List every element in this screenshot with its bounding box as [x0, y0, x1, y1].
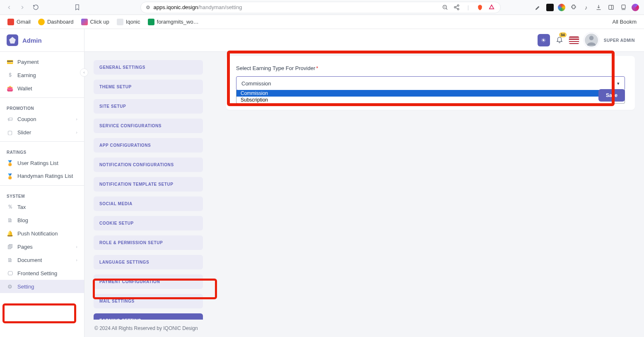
bookmark-gmail[interactable]: Gmail — [7, 19, 31, 25]
url-host: apps.iqonic.design — [154, 4, 198, 10]
extensions-icon[interactable] — [569, 3, 578, 12]
earning-setting-panel: Select Earning Type For Provider* Commis… — [226, 56, 635, 110]
settings-tab-list: GENERAL SETTINGS THEME SETUP SITE SETUP … — [94, 56, 218, 320]
tab-app-configurations[interactable]: APP CONFIGURATIONS — [94, 138, 203, 153]
svg-rect-10 — [622, 5, 625, 9]
tab-theme-setup[interactable]: THEME SETUP — [94, 80, 203, 94]
tab-social-media[interactable]: SOCIAL MEDIA — [94, 196, 203, 211]
earning-type-label: Select Earning Type For Provider* — [236, 65, 625, 71]
badge-icon: 🏅 — [7, 160, 13, 166]
download-icon[interactable] — [594, 3, 603, 12]
profile-icon[interactable] — [632, 4, 639, 11]
sidebar-item-user-ratings[interactable]: 🏅User Ratings List — [0, 156, 84, 170]
nav-back-icon[interactable] — [5, 3, 13, 12]
language-flag-us-icon[interactable] — [569, 36, 579, 44]
doc-icon: 🗎 — [7, 217, 13, 223]
tab-cookie-setup[interactable]: COOKIE SETUP — [94, 216, 203, 230]
sidebar-item-push[interactable]: 🔔Push Notification — [0, 227, 84, 240]
avatar[interactable] — [585, 34, 598, 47]
sidebar-item-pages[interactable]: 🗐Pages› — [0, 240, 84, 253]
doc-icon: 🗎 — [7, 257, 13, 263]
all-bookmarks[interactable]: All Bookm — [610, 19, 637, 25]
svg-point-4 — [454, 7, 456, 8]
tab-earning-setting[interactable]: EARNING SETTING — [94, 313, 203, 320]
section-system: SYSTEM — [0, 188, 84, 200]
sidebar-item-slider[interactable]: ▢Slider› — [0, 126, 84, 139]
svg-line-6 — [456, 6, 457, 7]
music-icon[interactable]: ♪ — [582, 3, 590, 12]
svg-line-1 — [446, 8, 447, 10]
logo-icon — [7, 34, 18, 46]
earning-type-selected-value: Commission — [241, 80, 271, 87]
bookmark-dashboard[interactable]: Dashboard — [38, 19, 74, 25]
notifications-button[interactable]: 34 — [556, 36, 563, 45]
panel-icon[interactable] — [607, 3, 615, 12]
sidebar-item-payment[interactable]: 💳Payment — [0, 55, 84, 68]
notification-badge: 34 — [559, 32, 567, 37]
brand-name: Admin — [22, 37, 42, 44]
brave-icon[interactable] — [476, 4, 484, 11]
tab-notification-configurations[interactable]: NOTIFICATION CONFIGURATIONS — [94, 158, 203, 172]
sidebar-item-handyman-ratings[interactable]: 🏅Handyman Ratings List — [0, 170, 84, 183]
theme-toggle-button[interactable]: ☀ — [538, 34, 550, 46]
section-ratings: RATINGS — [0, 144, 84, 156]
sidebar-item-document[interactable]: 🗎Document› — [0, 253, 84, 267]
option-subscription[interactable]: Subscription — [236, 97, 625, 103]
tab-language-settings[interactable]: LANGUAGE SETTINGS — [94, 255, 203, 269]
sidebar-item-wallet[interactable]: 👛Wallet — [0, 82, 84, 95]
site-settings-icon[interactable]: ⚙ — [146, 5, 150, 10]
reload-icon[interactable] — [31, 3, 40, 12]
sidebar-item-setting[interactable]: ⚙Setting — [0, 280, 84, 293]
svg-line-7 — [456, 7, 457, 9]
option-commission[interactable]: Commission — [236, 90, 625, 97]
browser-toolbar: ⚙ apps.iqonic.design/handyman/setting | … — [0, 0, 644, 15]
sidebar-collapse-button[interactable] — [80, 68, 88, 77]
sidebar-item-earning[interactable]: ＄Earning — [0, 68, 84, 82]
percent-icon: ％ — [7, 204, 13, 210]
chevron-right-icon: › — [76, 116, 77, 121]
tab-service-configurations[interactable]: SERVICE CONFIGURATIONS — [94, 119, 203, 133]
slider-icon: ▢ — [7, 129, 13, 136]
topbar: ☀ 34 SUPER ADMIN — [84, 29, 644, 52]
svg-point-5 — [457, 8, 459, 10]
badge-icon: 🏅 — [7, 173, 13, 179]
sidebar-item-tax[interactable]: ％Tax — [0, 200, 84, 213]
earning-icon: ＄ — [7, 72, 13, 78]
url-bar[interactable]: ⚙ apps.iqonic.design/handyman/setting | — [140, 2, 501, 13]
pages-icon: 🗐 — [7, 243, 13, 250]
save-button[interactable]: Save — [598, 89, 625, 102]
ext-square-icon[interactable] — [546, 4, 554, 11]
tab-general-settings[interactable]: GENERAL SETTINGS — [94, 60, 203, 75]
tabs-icon[interactable] — [619, 3, 627, 12]
share-icon[interactable] — [453, 4, 461, 11]
earning-type-dropdown: Commission Subscription — [236, 90, 625, 104]
svg-rect-8 — [608, 5, 613, 10]
ext-eyedropper-icon[interactable] — [534, 3, 542, 12]
sidebar-item-coupon[interactable]: 🏷Coupon› — [0, 112, 84, 126]
tab-notification-template-setup[interactable]: NOTIFICATION TEMPLATE SETUP — [94, 177, 203, 192]
sidebar-item-blog[interactable]: 🗎Blog — [0, 213, 84, 227]
bookmark-star-icon[interactable] — [73, 3, 82, 12]
sidebar: Admin 💳Payment ＄Earning 👛Wallet PROMOTIO… — [0, 29, 84, 337]
bookmark-sheets[interactable]: foramgmits_wo… — [148, 19, 199, 25]
tab-payment-configuration[interactable]: PAYMENT CONFIGURATION — [94, 274, 203, 289]
gear-icon: ⚙ — [7, 283, 13, 290]
tab-site-setup[interactable]: SITE SETUP — [94, 99, 203, 114]
nav-forward-icon[interactable] — [18, 3, 27, 12]
tab-role-permission-setup[interactable]: ROLE & PERMISSION SETUP — [94, 235, 203, 250]
zoom-icon[interactable] — [441, 4, 449, 11]
footer-copyright: © 2024 All Rights Reserved by IQONIC Des… — [84, 320, 644, 337]
sidebar-item-frontend[interactable]: 🖵Frontend Setting — [0, 267, 84, 280]
ext-chrome-icon[interactable] — [558, 4, 565, 11]
earning-type-select[interactable]: Commission ▾ — [236, 76, 625, 90]
bookmark-iqonic[interactable]: Iqonic — [117, 19, 140, 25]
bell-icon: 🔔 — [7, 230, 13, 237]
bookmark-clickup[interactable]: Click up — [81, 19, 109, 25]
chevron-right-icon: › — [76, 130, 77, 135]
tab-mail-settings[interactable]: MAIL SETTINGS — [94, 294, 203, 308]
brave-red-icon[interactable] — [488, 4, 495, 11]
chevron-down-icon: ▾ — [617, 81, 620, 86]
section-promotion: PROMOTION — [0, 100, 84, 112]
svg-point-3 — [457, 5, 459, 6]
chevron-right-icon: › — [76, 257, 77, 262]
